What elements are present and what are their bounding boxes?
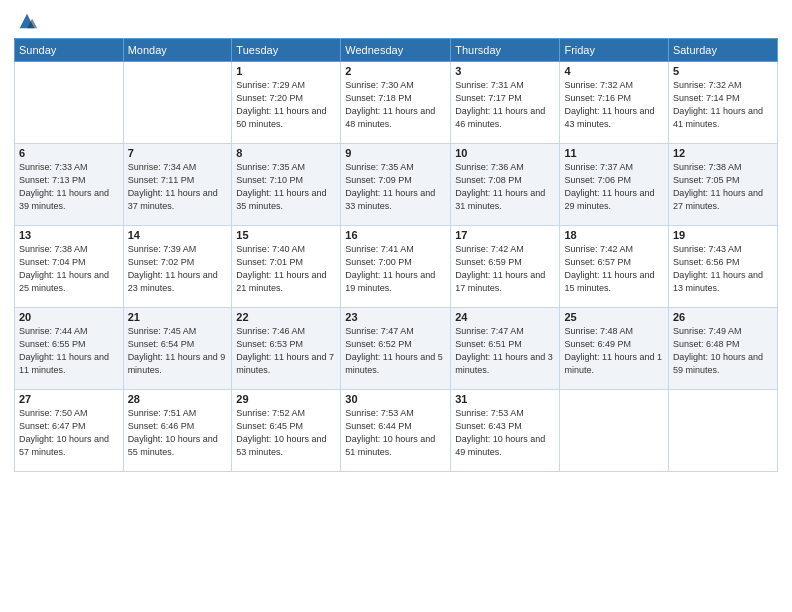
day-info: Sunrise: 7:51 AMSunset: 6:46 PMDaylight:… xyxy=(128,407,228,459)
day-info: Sunrise: 7:37 AMSunset: 7:06 PMDaylight:… xyxy=(564,161,663,213)
day-number: 27 xyxy=(19,393,119,405)
calendar-cell: 30Sunrise: 7:53 AMSunset: 6:44 PMDayligh… xyxy=(341,390,451,472)
day-number: 10 xyxy=(455,147,555,159)
day-number: 14 xyxy=(128,229,228,241)
day-number: 21 xyxy=(128,311,228,323)
calendar-week-row: 13Sunrise: 7:38 AMSunset: 7:04 PMDayligh… xyxy=(15,226,778,308)
day-info: Sunrise: 7:46 AMSunset: 6:53 PMDaylight:… xyxy=(236,325,336,377)
day-number: 20 xyxy=(19,311,119,323)
day-number: 28 xyxy=(128,393,228,405)
day-number: 29 xyxy=(236,393,336,405)
calendar-cell xyxy=(123,62,232,144)
calendar-table: SundayMondayTuesdayWednesdayThursdayFrid… xyxy=(14,38,778,472)
calendar-cell: 22Sunrise: 7:46 AMSunset: 6:53 PMDayligh… xyxy=(232,308,341,390)
calendar-cell: 4Sunrise: 7:32 AMSunset: 7:16 PMDaylight… xyxy=(560,62,668,144)
day-number: 15 xyxy=(236,229,336,241)
day-info: Sunrise: 7:30 AMSunset: 7:18 PMDaylight:… xyxy=(345,79,446,131)
calendar-cell: 20Sunrise: 7:44 AMSunset: 6:55 PMDayligh… xyxy=(15,308,124,390)
calendar-cell: 17Sunrise: 7:42 AMSunset: 6:59 PMDayligh… xyxy=(451,226,560,308)
calendar-cell: 8Sunrise: 7:35 AMSunset: 7:10 PMDaylight… xyxy=(232,144,341,226)
day-info: Sunrise: 7:36 AMSunset: 7:08 PMDaylight:… xyxy=(455,161,555,213)
day-info: Sunrise: 7:50 AMSunset: 6:47 PMDaylight:… xyxy=(19,407,119,459)
day-number: 6 xyxy=(19,147,119,159)
day-number: 9 xyxy=(345,147,446,159)
day-info: Sunrise: 7:35 AMSunset: 7:09 PMDaylight:… xyxy=(345,161,446,213)
calendar-cell: 12Sunrise: 7:38 AMSunset: 7:05 PMDayligh… xyxy=(668,144,777,226)
day-number: 1 xyxy=(236,65,336,77)
calendar-cell: 1Sunrise: 7:29 AMSunset: 7:20 PMDaylight… xyxy=(232,62,341,144)
page-container: SundayMondayTuesdayWednesdayThursdayFrid… xyxy=(0,0,792,612)
weekday-header: Monday xyxy=(123,39,232,62)
calendar-week-row: 27Sunrise: 7:50 AMSunset: 6:47 PMDayligh… xyxy=(15,390,778,472)
day-number: 30 xyxy=(345,393,446,405)
calendar-cell: 26Sunrise: 7:49 AMSunset: 6:48 PMDayligh… xyxy=(668,308,777,390)
weekday-header: Tuesday xyxy=(232,39,341,62)
day-info: Sunrise: 7:31 AMSunset: 7:17 PMDaylight:… xyxy=(455,79,555,131)
day-number: 5 xyxy=(673,65,773,77)
day-number: 24 xyxy=(455,311,555,323)
calendar-cell: 3Sunrise: 7:31 AMSunset: 7:17 PMDaylight… xyxy=(451,62,560,144)
calendar-cell: 13Sunrise: 7:38 AMSunset: 7:04 PMDayligh… xyxy=(15,226,124,308)
calendar-cell: 28Sunrise: 7:51 AMSunset: 6:46 PMDayligh… xyxy=(123,390,232,472)
logo xyxy=(14,10,38,32)
day-info: Sunrise: 7:38 AMSunset: 7:05 PMDaylight:… xyxy=(673,161,773,213)
day-info: Sunrise: 7:32 AMSunset: 7:16 PMDaylight:… xyxy=(564,79,663,131)
day-info: Sunrise: 7:41 AMSunset: 7:00 PMDaylight:… xyxy=(345,243,446,295)
day-info: Sunrise: 7:52 AMSunset: 6:45 PMDaylight:… xyxy=(236,407,336,459)
calendar-cell xyxy=(560,390,668,472)
day-info: Sunrise: 7:29 AMSunset: 7:20 PMDaylight:… xyxy=(236,79,336,131)
calendar-cell: 14Sunrise: 7:39 AMSunset: 7:02 PMDayligh… xyxy=(123,226,232,308)
weekday-header: Sunday xyxy=(15,39,124,62)
day-info: Sunrise: 7:53 AMSunset: 6:44 PMDaylight:… xyxy=(345,407,446,459)
day-number: 17 xyxy=(455,229,555,241)
weekday-header: Saturday xyxy=(668,39,777,62)
day-info: Sunrise: 7:47 AMSunset: 6:51 PMDaylight:… xyxy=(455,325,555,377)
day-info: Sunrise: 7:40 AMSunset: 7:01 PMDaylight:… xyxy=(236,243,336,295)
day-number: 25 xyxy=(564,311,663,323)
day-info: Sunrise: 7:38 AMSunset: 7:04 PMDaylight:… xyxy=(19,243,119,295)
day-number: 12 xyxy=(673,147,773,159)
header xyxy=(14,10,778,32)
day-number: 3 xyxy=(455,65,555,77)
weekday-header: Wednesday xyxy=(341,39,451,62)
calendar-cell: 11Sunrise: 7:37 AMSunset: 7:06 PMDayligh… xyxy=(560,144,668,226)
calendar-cell: 5Sunrise: 7:32 AMSunset: 7:14 PMDaylight… xyxy=(668,62,777,144)
calendar-cell: 16Sunrise: 7:41 AMSunset: 7:00 PMDayligh… xyxy=(341,226,451,308)
calendar-cell: 29Sunrise: 7:52 AMSunset: 6:45 PMDayligh… xyxy=(232,390,341,472)
day-info: Sunrise: 7:48 AMSunset: 6:49 PMDaylight:… xyxy=(564,325,663,377)
day-number: 19 xyxy=(673,229,773,241)
day-number: 4 xyxy=(564,65,663,77)
calendar-cell: 15Sunrise: 7:40 AMSunset: 7:01 PMDayligh… xyxy=(232,226,341,308)
weekday-header: Friday xyxy=(560,39,668,62)
calendar-cell: 31Sunrise: 7:53 AMSunset: 6:43 PMDayligh… xyxy=(451,390,560,472)
day-number: 8 xyxy=(236,147,336,159)
calendar-cell: 23Sunrise: 7:47 AMSunset: 6:52 PMDayligh… xyxy=(341,308,451,390)
day-info: Sunrise: 7:53 AMSunset: 6:43 PMDaylight:… xyxy=(455,407,555,459)
day-info: Sunrise: 7:32 AMSunset: 7:14 PMDaylight:… xyxy=(673,79,773,131)
day-number: 26 xyxy=(673,311,773,323)
calendar-cell: 6Sunrise: 7:33 AMSunset: 7:13 PMDaylight… xyxy=(15,144,124,226)
day-info: Sunrise: 7:35 AMSunset: 7:10 PMDaylight:… xyxy=(236,161,336,213)
day-info: Sunrise: 7:34 AMSunset: 7:11 PMDaylight:… xyxy=(128,161,228,213)
day-info: Sunrise: 7:42 AMSunset: 6:59 PMDaylight:… xyxy=(455,243,555,295)
calendar-cell xyxy=(15,62,124,144)
day-info: Sunrise: 7:47 AMSunset: 6:52 PMDaylight:… xyxy=(345,325,446,377)
calendar-week-row: 1Sunrise: 7:29 AMSunset: 7:20 PMDaylight… xyxy=(15,62,778,144)
weekday-header: Thursday xyxy=(451,39,560,62)
day-info: Sunrise: 7:39 AMSunset: 7:02 PMDaylight:… xyxy=(128,243,228,295)
logo-icon xyxy=(16,10,38,32)
day-info: Sunrise: 7:49 AMSunset: 6:48 PMDaylight:… xyxy=(673,325,773,377)
calendar-header-row: SundayMondayTuesdayWednesdayThursdayFrid… xyxy=(15,39,778,62)
day-number: 16 xyxy=(345,229,446,241)
calendar-cell: 27Sunrise: 7:50 AMSunset: 6:47 PMDayligh… xyxy=(15,390,124,472)
calendar-cell: 24Sunrise: 7:47 AMSunset: 6:51 PMDayligh… xyxy=(451,308,560,390)
day-number: 22 xyxy=(236,311,336,323)
calendar-cell xyxy=(668,390,777,472)
day-number: 13 xyxy=(19,229,119,241)
calendar-cell: 19Sunrise: 7:43 AMSunset: 6:56 PMDayligh… xyxy=(668,226,777,308)
calendar-cell: 18Sunrise: 7:42 AMSunset: 6:57 PMDayligh… xyxy=(560,226,668,308)
day-number: 31 xyxy=(455,393,555,405)
calendar-cell: 21Sunrise: 7:45 AMSunset: 6:54 PMDayligh… xyxy=(123,308,232,390)
calendar-cell: 25Sunrise: 7:48 AMSunset: 6:49 PMDayligh… xyxy=(560,308,668,390)
day-number: 11 xyxy=(564,147,663,159)
